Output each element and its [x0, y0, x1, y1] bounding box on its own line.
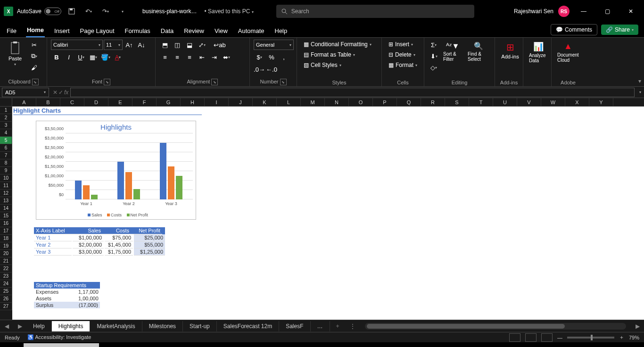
qat-customize-icon[interactable]: ▾ — [116, 5, 129, 18]
row-header[interactable]: 5 — [0, 137, 12, 144]
table-row[interactable]: Year 1$1,00,000$75,000$25,000 — [34, 234, 165, 241]
new-sheet-button[interactable]: ＋ — [330, 322, 345, 330]
column-header[interactable]: W — [541, 98, 565, 106]
row-header[interactable]: 14 — [0, 205, 12, 212]
worksheet-grid[interactable]: 1234567891011121314151617181920212223242… — [0, 107, 644, 320]
tab-review[interactable]: Review — [183, 25, 205, 37]
orientation-icon[interactable]: ⤢▾ — [196, 40, 207, 50]
merge-center-icon[interactable]: ⬌▾ — [221, 52, 232, 62]
column-header[interactable]: O — [349, 98, 373, 106]
accessibility-status[interactable]: ♿ Accessibility: Investigate — [27, 334, 91, 340]
table-row[interactable]: Expenses1,17,000 — [34, 289, 100, 295]
zoom-in-button[interactable]: ＋ — [619, 334, 624, 341]
italic-button[interactable]: I — [63, 52, 74, 62]
table-row[interactable]: Year 2$2,00,000$1,45,000$55,000 — [34, 241, 165, 248]
column-header[interactable]: Q — [397, 98, 421, 106]
align-right-icon[interactable]: ≡ — [184, 52, 195, 62]
increase-decimal-icon[interactable]: .0→ — [254, 64, 265, 74]
save-location[interactable]: • Saved to this PC ▾ — [204, 8, 253, 15]
user-name[interactable]: Rajeshwari Sen — [514, 8, 553, 15]
border-button[interactable]: ▦▾ — [88, 52, 99, 62]
horizontal-scrollbar[interactable] — [365, 323, 626, 330]
cancel-formula-icon[interactable]: ✕ — [53, 89, 58, 96]
copy-icon[interactable]: ⧉▾ — [28, 51, 40, 61]
scroll-tabs-right-icon[interactable]: ▶ — [13, 323, 26, 330]
row-header[interactable]: 15 — [0, 212, 12, 220]
tab-options-icon[interactable]: ⋮ — [345, 323, 360, 330]
more-tabs-button[interactable]: … — [311, 321, 330, 331]
select-all-corner[interactable] — [0, 98, 12, 106]
column-header[interactable]: D — [84, 98, 108, 106]
column-header[interactable]: I — [205, 98, 229, 106]
row-header[interactable]: 3 — [0, 122, 12, 129]
sheet-tab[interactable]: Start-up — [183, 321, 217, 331]
fill-color-button[interactable]: 🪣▾ — [100, 52, 111, 62]
row-header[interactable]: 13 — [0, 197, 12, 205]
addins-button[interactable]: ⊞Add-ins — [499, 40, 521, 61]
page-break-view-button[interactable] — [541, 333, 553, 342]
row-header[interactable]: 10 — [0, 174, 12, 182]
column-header[interactable]: H — [181, 98, 205, 106]
page-layout-view-button[interactable] — [525, 333, 537, 342]
row-header[interactable]: 20 — [0, 250, 12, 257]
font-launcher[interactable]: ⬊ — [104, 79, 110, 85]
table-row[interactable]: Year 3$3,00,000$1,75,000$1,25,000 — [34, 248, 165, 256]
expand-formula-bar-icon[interactable]: ▾ — [636, 90, 644, 94]
row-header[interactable]: 6 — [0, 144, 12, 152]
row-header[interactable]: 12 — [0, 190, 12, 197]
increase-font-icon[interactable]: A↑ — [124, 40, 135, 50]
name-box[interactable]: AD5▾ — [2, 88, 49, 97]
formula-input[interactable] — [70, 88, 635, 97]
column-header[interactable]: Y — [589, 98, 613, 106]
scroll-tabs-left-icon[interactable]: ◀ — [0, 323, 13, 330]
format-painter-icon[interactable]: 🖌 — [28, 62, 40, 73]
row-header[interactable]: 19 — [0, 242, 12, 250]
tab-formulas[interactable]: Formulas — [124, 25, 151, 37]
comments-button[interactable]: 💬 Comments — [551, 24, 597, 35]
bold-button[interactable]: B — [51, 52, 62, 62]
collapse-ribbon-icon[interactable]: ▾ — [638, 78, 641, 84]
row-header[interactable]: 7 — [0, 152, 12, 159]
increase-indent-icon[interactable]: ⇥ — [208, 52, 220, 62]
table-row[interactable]: Assets1,00,000 — [34, 295, 100, 302]
redo-icon[interactable]: ↷▾ — [99, 5, 112, 18]
cell-styles-button[interactable]: ▧ Cell Styles ▾ — [301, 60, 344, 70]
scroll-right-icon[interactable]: ▶ — [631, 323, 644, 330]
paste-button[interactable]: Paste▾ — [4, 40, 26, 68]
row-header[interactable]: 26 — [0, 295, 12, 303]
startup-requirements-table[interactable]: Startup Requirements Expenses1,17,000Ass… — [34, 282, 100, 308]
column-header[interactable]: N — [325, 98, 349, 106]
tab-insert[interactable]: Insert — [53, 25, 71, 37]
sheet-tab[interactable]: Highlights — [52, 321, 91, 331]
autosum-icon[interactable]: Σ▾ — [428, 40, 439, 50]
column-header[interactable]: L — [277, 98, 301, 106]
document-name[interactable]: business-plan-work… — [142, 8, 197, 15]
wrap-text-icon[interactable]: ↩ab — [214, 40, 225, 50]
analyze-data-button[interactable]: 📊Analyze Data — [527, 40, 550, 65]
conditional-formatting-button[interactable]: ▦ Conditional Formatting ▾ — [301, 40, 374, 49]
row-header[interactable]: 9 — [0, 167, 12, 174]
column-header[interactable]: F — [132, 98, 157, 106]
font-size-dropdown[interactable]: 11▾ — [104, 40, 123, 50]
row-header[interactable]: 11 — [0, 182, 12, 190]
table-row[interactable]: Surplus(17,000) — [34, 302, 100, 308]
sheet-tab[interactable]: SalesForecast 12m — [217, 321, 279, 331]
font-name-dropdown[interactable]: Calibri▾ — [51, 40, 103, 50]
fx-icon[interactable]: fx — [64, 89, 68, 96]
column-header[interactable]: G — [157, 98, 181, 106]
format-cells-button[interactable]: ▦ Format ▾ — [386, 60, 420, 70]
maximize-button[interactable]: ▢ — [598, 4, 617, 19]
sheet-tab[interactable]: Milestones — [142, 321, 183, 331]
column-header[interactable]: P — [373, 98, 397, 106]
document-cloud-button[interactable]: ▲Document Cloud — [555, 40, 581, 65]
normal-view-button[interactable] — [509, 333, 520, 342]
row-header[interactable]: 2 — [0, 114, 12, 122]
row-header[interactable]: 21 — [0, 257, 12, 265]
column-header[interactable]: R — [421, 98, 445, 106]
user-avatar[interactable]: RS — [558, 6, 570, 17]
highlights-data-table[interactable]: X-Axis Label Sales Costs Net Profit Year… — [34, 227, 165, 256]
cut-icon[interactable]: ✂ — [28, 40, 40, 50]
align-center-icon[interactable]: ≡ — [172, 52, 183, 62]
column-header[interactable]: B — [36, 98, 60, 106]
align-bottom-icon[interactable]: ⬓ — [184, 40, 195, 50]
